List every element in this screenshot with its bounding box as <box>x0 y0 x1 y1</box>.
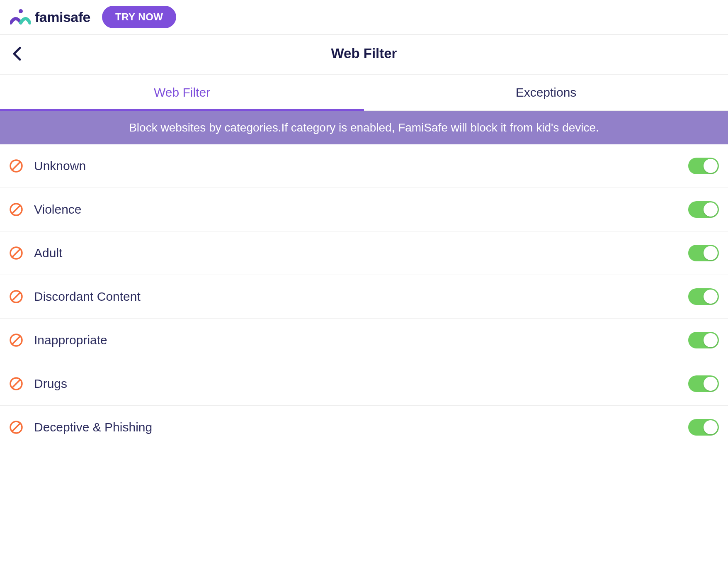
tabs: Web Filter Exceptions <box>0 75 728 111</box>
category-label: Unknown <box>34 159 677 173</box>
category-label: Violence <box>34 202 677 217</box>
chevron-left-icon <box>12 46 22 61</box>
svg-line-6 <box>12 249 20 257</box>
svg-line-8 <box>12 293 20 301</box>
svg-line-10 <box>12 336 20 344</box>
category-row: Unknown <box>0 144 728 188</box>
category-row: Drugs <box>0 362 728 406</box>
toggle-switch[interactable] <box>688 419 719 436</box>
try-now-button[interactable]: TRY NOW <box>102 6 177 28</box>
svg-line-4 <box>12 206 20 214</box>
category-row: Violence <box>0 188 728 231</box>
header-bar: Web Filter <box>0 35 728 75</box>
category-label: Discordant Content <box>34 290 677 304</box>
category-row: Discordant Content <box>0 275 728 319</box>
category-label: Inappropriate <box>34 333 677 347</box>
category-label: Drugs <box>34 377 677 391</box>
block-icon <box>9 246 23 260</box>
svg-point-0 <box>19 9 23 13</box>
block-icon <box>9 377 23 391</box>
info-banner: Block websites by categories.If category… <box>0 111 728 144</box>
tab-web-filter[interactable]: Web Filter <box>0 75 364 110</box>
svg-line-14 <box>12 424 20 431</box>
toggle-switch[interactable] <box>688 332 719 348</box>
category-label: Deceptive & Phishing <box>34 420 677 434</box>
block-icon <box>9 420 23 434</box>
category-row: Adult <box>0 231 728 275</box>
category-list: Unknown Violence Adult Discordant Conten… <box>0 144 728 449</box>
page-title: Web Filter <box>331 46 397 61</box>
category-row: Deceptive & Phishing <box>0 406 728 449</box>
tab-exceptions[interactable]: Exceptions <box>364 75 728 110</box>
back-button[interactable] <box>8 43 25 66</box>
top-bar: famisafe TRY NOW <box>0 0 728 35</box>
toggle-switch[interactable] <box>688 288 719 305</box>
toggle-switch[interactable] <box>688 245 719 261</box>
brand-text: famisafe <box>35 9 90 25</box>
block-icon <box>9 290 23 304</box>
category-row: Inappropriate <box>0 319 728 362</box>
logo-icon <box>10 9 31 25</box>
block-icon <box>9 159 23 173</box>
logo[interactable]: famisafe <box>10 9 90 25</box>
svg-line-12 <box>12 380 20 388</box>
toggle-switch[interactable] <box>688 375 719 392</box>
toggle-switch[interactable] <box>688 201 719 218</box>
svg-line-2 <box>12 162 20 170</box>
toggle-switch[interactable] <box>688 158 719 174</box>
block-icon <box>9 202 23 217</box>
category-label: Adult <box>34 246 677 260</box>
block-icon <box>9 333 23 347</box>
